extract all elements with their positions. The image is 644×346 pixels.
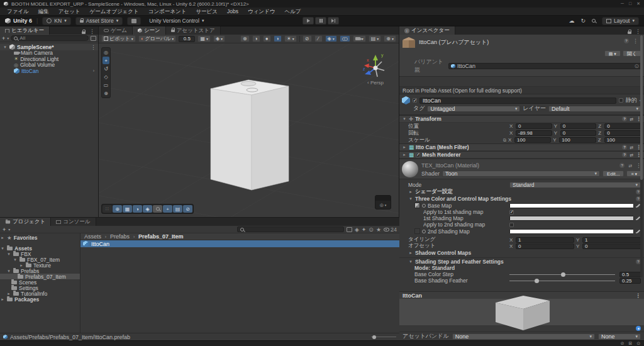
first-shading-color-swatch[interactable] <box>509 216 634 221</box>
overlay-move-button[interactable]: + <box>163 205 172 213</box>
rotation-x-field[interactable]: -89.98 <box>516 130 552 136</box>
hierarchy-item-global-volume[interactable]: ◎ Global Volume <box>0 62 98 69</box>
cam-overlay-dropdown-icon[interactable]: ▾ <box>385 203 387 207</box>
tiling-x-field[interactable]: 1 <box>516 237 574 243</box>
prefab-open-arrow-icon[interactable]: › <box>91 69 96 73</box>
foldout-icon[interactable]: ▸ <box>19 263 24 268</box>
mode-dropdown[interactable]: Standard <box>509 182 641 188</box>
foldout-icon[interactable]: ▾ <box>3 45 8 50</box>
breadcrumb-current[interactable]: Prefabs_07_Item <box>138 233 184 240</box>
rotation-y-field[interactable]: 0 <box>560 130 597 136</box>
help-icon[interactable] <box>619 163 625 168</box>
pause-button[interactable] <box>315 17 326 25</box>
foldout-icon[interactable]: ▸ <box>0 297 5 302</box>
hierarchy-search-input[interactable]: All <box>11 35 89 41</box>
asset-store-dropdown[interactable]: Asset Store▾ <box>75 17 123 25</box>
preview-menu-icon[interactable] <box>635 293 641 299</box>
scale-y-field[interactable]: 100 <box>559 137 596 143</box>
rotate-tool-button[interactable]: ↺ <box>103 65 109 72</box>
shader-dropdown[interactable]: Toon <box>442 170 600 177</box>
base-map-color-swatch[interactable] <box>509 203 634 208</box>
scale-x-field[interactable]: 100 <box>514 137 551 143</box>
orientation-gizmo[interactable]: y x z <box>361 51 390 80</box>
transform-header[interactable]: ▾ ✛ Transform <box>399 115 644 123</box>
preset-icon[interactable] <box>630 116 633 122</box>
foldout-icon[interactable]: ▾ <box>402 116 407 121</box>
hierarchy-item-ittocan[interactable]: IttoCan › <box>0 68 98 74</box>
search-icon[interactable] <box>592 19 596 23</box>
apply-1st-checkbox[interactable] <box>509 210 514 215</box>
scale-z-field[interactable]: 100 <box>604 137 641 143</box>
scene-row[interactable]: ▾ SampleScene* <box>0 44 98 50</box>
menu-assets[interactable]: アセット <box>54 8 85 16</box>
hidden-count-badge[interactable]: 24 <box>384 226 397 233</box>
foldout-icon[interactable]: ▾ <box>6 269 11 274</box>
active-checkbox[interactable] <box>413 98 417 103</box>
tree-item-favorites[interactable]: ▸ ★ Favorites <box>0 235 80 240</box>
overlay-view-options-button[interactable]: ◑ <box>133 205 142 213</box>
foldout-icon[interactable]: ▾ <box>0 246 5 251</box>
console-messages-icon[interactable]: ⊠ <box>628 341 632 346</box>
three-color-foldout[interactable]: ▾ Three Color and Control Map Settings <box>399 195 644 202</box>
menu-edit[interactable]: 編集 <box>34 8 53 16</box>
layer-dropdown[interactable]: Default <box>548 106 641 112</box>
preset-icon[interactable] <box>630 152 633 158</box>
version-control-dropdown[interactable]: Unity Version Control▾ <box>145 17 208 25</box>
tab-scene[interactable]: シーン <box>133 26 166 35</box>
open-prefab-button[interactable]: 開く <box>623 50 641 57</box>
view-tool-button[interactable]: ◎ <box>103 48 109 56</box>
foldout-icon[interactable]: ▾ <box>6 252 11 257</box>
name-field[interactable]: IttoCan <box>419 98 616 104</box>
tab-inspector[interactable]: i インスペクター <box>399 26 455 35</box>
grid-snap-dropdown[interactable]: ▦▾ <box>197 35 211 42</box>
foldout-icon[interactable]: ▾ <box>408 196 413 201</box>
panel-menu-icon[interactable] <box>635 28 641 35</box>
base-color-step-field[interactable]: 0.5 <box>619 272 641 277</box>
overlay-layers-button[interactable]: ▤ <box>173 205 182 213</box>
scale-tool-button[interactable]: ◇ <box>103 73 109 81</box>
help-icon[interactable] <box>622 145 627 150</box>
preview-area[interactable] <box>399 299 644 325</box>
tree-item-texture[interactable]: ▸ Texture <box>0 262 80 268</box>
perspective-label[interactable]: ‹ Persp <box>361 80 390 86</box>
renderer-enabled-checkbox[interactable] <box>416 153 420 157</box>
material-options-dropdown[interactable]: ≡ ▾ <box>626 170 641 177</box>
help-icon[interactable] <box>622 116 627 121</box>
assetbundle-variant-dropdown[interactable]: None <box>598 333 641 340</box>
minimize-button[interactable]: ─ <box>621 1 624 6</box>
help-icon[interactable] <box>622 152 627 157</box>
scene-visibility-button[interactable] <box>340 35 350 42</box>
cam-overlay-icon[interactable]: ◎ <box>380 203 384 208</box>
scene-2d-button[interactable]: ◑ <box>252 35 260 42</box>
transform-tool-button[interactable]: ⊕ <box>103 89 109 97</box>
overlay-tools-button[interactable]: ⊕ <box>113 205 122 213</box>
texture-slot-icon[interactable] <box>422 204 426 208</box>
tree-item-scenes[interactable]: Scenes <box>0 279 80 285</box>
close-button[interactable]: ✕ <box>636 1 640 6</box>
tiling-y-field[interactable]: 1 <box>582 237 641 243</box>
favorites-star-icon[interactable]: ★ <box>376 226 381 233</box>
maximize-button[interactable]: □ <box>629 1 631 6</box>
grid-size-field[interactable]: 0.5 <box>179 36 195 42</box>
overlay-visibility-dropdown[interactable]: ◈▾ <box>325 35 337 42</box>
rotation-z-field[interactable]: 0 <box>604 130 641 136</box>
tab-project[interactable]: プロジェクト <box>0 218 51 226</box>
move-tool-button[interactable]: + <box>103 57 109 64</box>
background-tasks-icon[interactable]: ⊙ <box>636 341 640 346</box>
foldout-icon[interactable]: ▸ <box>408 189 413 194</box>
panel-menu-icon[interactable] <box>89 28 95 35</box>
menu-gameobject[interactable]: ゲームオブジェクト <box>86 8 143 16</box>
asset-item-ittocan[interactable]: IttoCan <box>80 240 399 247</box>
shader-edit-button[interactable]: Edit... <box>602 170 624 177</box>
overlay-snap-button[interactable]: ◈ <box>143 205 152 213</box>
base-feather-slider[interactable] <box>509 277 615 284</box>
paint-icon[interactable] <box>636 326 641 331</box>
shader-settings-foldout[interactable]: ▸ シェーダー設定 <box>399 188 644 195</box>
tag-dropdown[interactable]: Untagged <box>427 106 520 112</box>
preset-icon[interactable] <box>628 162 632 169</box>
preset-icon[interactable] <box>630 144 633 150</box>
foldout-icon[interactable]: ▸ <box>402 152 407 157</box>
offset-x-field[interactable]: 0 <box>516 243 574 249</box>
menu-help[interactable]: ヘルプ <box>280 8 305 16</box>
hierarchy-item-main-camera[interactable]: Main Camera <box>0 50 98 57</box>
